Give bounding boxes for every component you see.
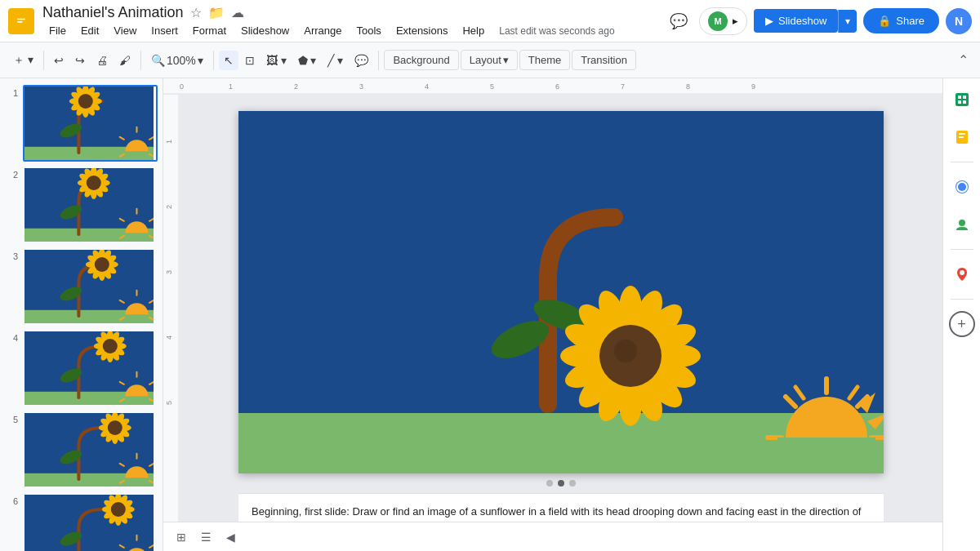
- slide-number-4: 4: [5, 333, 18, 343]
- slide-canvas-3: [24, 250, 154, 323]
- zoom-button[interactable]: 🔍 100% ▾: [146, 51, 208, 70]
- slide-item-4[interactable]: 4: [5, 330, 158, 407]
- ruler-v-label-5: 5: [165, 401, 173, 405]
- ruler-label-2: 2: [294, 82, 298, 91]
- undo-button[interactable]: ↩: [49, 51, 69, 70]
- editor-body: 1 2 3 4 5: [163, 95, 942, 522]
- slide-item-1[interactable]: 1: [5, 85, 158, 162]
- app-icon[interactable]: [8, 8, 34, 34]
- menu-extensions[interactable]: Extensions: [390, 23, 455, 38]
- ruler-v-label-4: 4: [165, 335, 173, 340]
- cloud-icon[interactable]: ☁: [231, 5, 244, 20]
- collapse-toolbar-button[interactable]: ⌃: [955, 49, 972, 71]
- toolbar-divider-1: [43, 51, 44, 70]
- tasks-panel-icon[interactable]: [949, 174, 975, 200]
- slide-thumb-6[interactable]: [23, 493, 158, 551]
- nav-dot-1[interactable]: [546, 480, 553, 487]
- ruler-v-label-3: 3: [165, 270, 173, 274]
- image-tool[interactable]: 🖼 ▾: [261, 51, 292, 70]
- slide-main[interactable]: [238, 111, 884, 473]
- bottom-toolbar: ⊞ ☰ ◀: [163, 522, 942, 551]
- share-button[interactable]: 🔒 Share: [863, 8, 939, 33]
- menu-edit[interactable]: Edit: [74, 23, 105, 38]
- nav-dot-2[interactable]: [558, 480, 564, 487]
- theme-button[interactable]: Theme: [519, 50, 570, 70]
- svg-rect-5: [163, 95, 180, 522]
- shape-tool[interactable]: ⬟ ▾: [293, 51, 322, 70]
- menu-format[interactable]: Format: [186, 23, 233, 38]
- layout-button[interactable]: Layout ▾: [461, 50, 518, 70]
- line-tool[interactable]: ╱ ▾: [323, 51, 348, 70]
- slides-panel: 1 2 3 4: [0, 78, 163, 551]
- slide-canvas-area: Beginning, first slide: Draw or find an …: [180, 95, 942, 522]
- toolbar-right: ⌃: [955, 49, 972, 71]
- slide-item-5[interactable]: 5: [5, 411, 158, 488]
- menu-arrange[interactable]: Arrange: [297, 23, 348, 38]
- slide-item-3[interactable]: 3: [5, 248, 158, 325]
- notes-text: Beginning, first slide: Draw or find an …: [252, 505, 861, 522]
- slideshow-dropdown[interactable]: ▾: [838, 10, 857, 33]
- transition-button[interactable]: Transition: [572, 50, 636, 70]
- select-tool[interactable]: ↖: [219, 51, 238, 70]
- text-box-tool[interactable]: ⊡: [240, 51, 260, 70]
- paint-format-button[interactable]: 🖌: [114, 51, 136, 70]
- slide-thumb-4[interactable]: [23, 330, 158, 407]
- svg-point-46: [960, 270, 964, 275]
- comment-insert-tool[interactable]: 💬: [350, 51, 373, 70]
- zoom-value: 100%: [167, 54, 196, 67]
- maps-panel-icon[interactable]: [949, 261, 975, 287]
- slide-nav-dots: [238, 480, 884, 487]
- user-avatar[interactable]: N: [946, 8, 972, 34]
- slide-thumb-3[interactable]: [23, 248, 158, 325]
- menu-tools[interactable]: Tools: [350, 23, 388, 38]
- add-button[interactable]: ＋ ▾: [8, 50, 38, 71]
- contacts-panel-icon[interactable]: [949, 211, 975, 238]
- svg-rect-34: [956, 93, 969, 106]
- doc-title-text[interactable]: Nathaniel's Animation: [42, 4, 184, 21]
- menu-view[interactable]: View: [107, 23, 143, 38]
- slide-item-2[interactable]: 2: [5, 167, 158, 243]
- slide-number-3: 3: [5, 251, 18, 261]
- nav-dot-3[interactable]: [569, 480, 576, 487]
- folder-icon[interactable]: 📁: [208, 5, 225, 20]
- svg-rect-40: [959, 133, 965, 135]
- slide-thumb-5[interactable]: [23, 411, 158, 488]
- ruler-label-9: 9: [751, 82, 755, 91]
- menu-file[interactable]: File: [42, 23, 73, 38]
- collapse-panel-button[interactable]: ◀: [223, 527, 238, 547]
- background-button[interactable]: Background: [384, 50, 458, 70]
- list-view-button[interactable]: ☰: [198, 527, 215, 547]
- add-panel-icon[interactable]: +: [949, 311, 975, 337]
- svg-rect-35: [958, 96, 961, 99]
- ruler-label-1: 1: [229, 82, 233, 91]
- svg-point-45: [959, 220, 965, 226]
- menu-insert[interactable]: Insert: [145, 23, 185, 38]
- menu-help[interactable]: Help: [456, 23, 491, 38]
- slideshow-button[interactable]: ▶ Slideshow: [754, 9, 838, 33]
- slide-thumb-1[interactable]: [23, 85, 158, 162]
- slide-item-6[interactable]: 6: [5, 493, 158, 551]
- sheets-panel-icon[interactable]: [949, 87, 975, 113]
- ruler-v-svg: 1 2 3 4 5: [163, 95, 180, 522]
- menu-slideshow[interactable]: Slideshow: [234, 23, 296, 38]
- star-icon[interactable]: ☆: [190, 5, 202, 20]
- slide-canvas-wrapper: [238, 111, 884, 487]
- slide-canvas-4: [24, 331, 154, 405]
- grid-view-button[interactable]: ⊞: [173, 527, 189, 547]
- meet-button[interactable]: M ▸: [699, 7, 747, 35]
- meet-icon: M: [708, 11, 728, 31]
- notes-area[interactable]: Beginning, first slide: Draw or find an …: [238, 493, 884, 522]
- print-button[interactable]: 🖨: [91, 51, 113, 70]
- stem-vertical: [539, 274, 557, 413]
- redo-button[interactable]: ↪: [70, 51, 90, 70]
- slide-scene-svg: [238, 111, 884, 473]
- keep-panel-icon[interactable]: [949, 124, 975, 150]
- ruler-label-7: 7: [621, 82, 625, 91]
- ruler-label-4: 4: [425, 82, 429, 91]
- svg-point-24: [614, 340, 637, 362]
- layout-dropdown-icon: ▾: [503, 54, 509, 66]
- comment-button[interactable]: 💬: [665, 7, 693, 35]
- ruler-label-8: 8: [686, 82, 690, 91]
- slide-thumb-2[interactable]: [23, 167, 158, 243]
- menu-bar: File Edit View Insert Format Slideshow A…: [42, 23, 665, 38]
